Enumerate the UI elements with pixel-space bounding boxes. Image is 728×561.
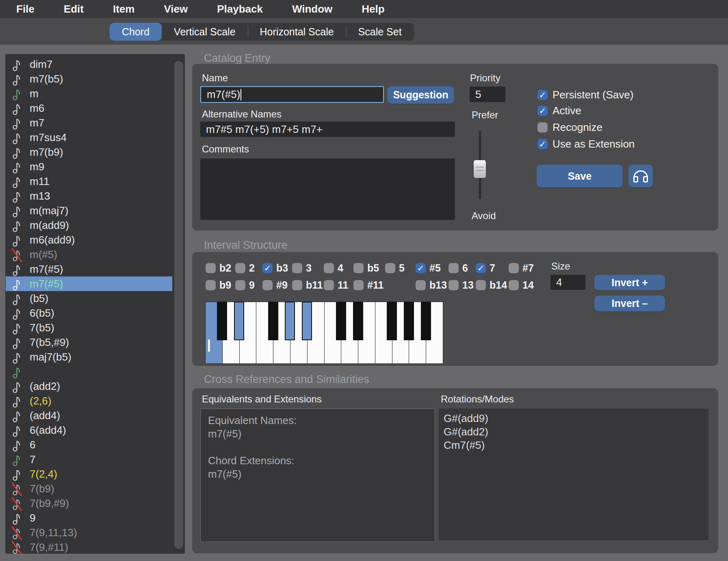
save-button[interactable]: Save xyxy=(537,165,623,187)
chord-list-item-7(2,4)[interactable]: 7(2,4) xyxy=(6,467,172,481)
size-input[interactable]: 4 xyxy=(550,275,585,290)
interval-checkbox-s11[interactable]: ✓#11 xyxy=(353,279,384,291)
interval-checkbox-b5[interactable]: ✓b5 xyxy=(353,262,379,274)
interval-checkbox-7[interactable]: ✓7 xyxy=(476,262,495,274)
interval-checkbox-b14[interactable]: ✓b14 xyxy=(476,279,507,291)
tab-scale-set[interactable]: Scale Set xyxy=(346,23,414,41)
chord-list-item-m7(#5)[interactable]: m7(#5) xyxy=(6,262,172,276)
chord-list-item-m7(#5)[interactable]: m7(#5) xyxy=(6,276,172,291)
invert-plus-button[interactable]: Invert + xyxy=(594,275,665,290)
chord-list-item-m7[interactable]: m7 xyxy=(6,115,172,130)
chord-list-item-6[interactable]: 6 xyxy=(6,437,172,452)
chord-list-item-7(b9,#9)[interactable]: 7(b9,#9) xyxy=(6,496,172,511)
priority-input[interactable]: 5 xyxy=(470,87,505,102)
chord-list-item-m(add9)[interactable]: m(add9) xyxy=(6,218,172,233)
chord-list-item-7(b5)[interactable]: 7(b5) xyxy=(6,320,172,335)
interval-checkbox-4[interactable]: ✓4 xyxy=(324,262,343,274)
chord-list-item-9[interactable]: 9 xyxy=(6,511,172,525)
chord-list-item-m9[interactable]: m9 xyxy=(6,159,172,174)
checkbox-box: ✓ xyxy=(385,263,395,273)
menu-item-window[interactable]: Window xyxy=(292,3,332,15)
interval-checkbox-b9[interactable]: ✓b9 xyxy=(206,279,231,291)
chord-list-item-m11[interactable]: m11 xyxy=(6,174,172,189)
rotations-box[interactable]: G#(add9) G#(add2) Cm7(#5) xyxy=(439,409,708,540)
suggestion-button[interactable]: Suggestion xyxy=(387,86,454,104)
menu-item-view[interactable]: View xyxy=(164,3,188,15)
interval-checkbox-s5[interactable]: ✓#5 xyxy=(416,262,441,274)
piano-black-key-1[interactable] xyxy=(217,302,227,340)
piano-black-key-4[interactable] xyxy=(268,302,278,340)
chord-list-item-m7(b9)[interactable]: m7(b9) xyxy=(6,145,172,159)
chord-list-item-7(9,#11)[interactable]: 7(9,#11) xyxy=(6,540,172,554)
menu-item-item[interactable]: Item xyxy=(113,3,134,15)
piano-black-key-9[interactable] xyxy=(353,302,363,340)
chord-list-item-m(maj7)[interactable]: m(maj7) xyxy=(6,203,172,218)
interval-checkbox-b13[interactable]: ✓b13 xyxy=(416,279,447,291)
chord-list-item-dim7[interactable]: dim7 xyxy=(6,57,172,72)
chord-list-item-7[interactable]: 7 xyxy=(6,452,172,467)
chord-list-item-m7(b5)[interactable]: m7(b5) xyxy=(6,72,172,86)
chord-list-item-(2,6)[interactable]: (2,6) xyxy=(6,394,172,408)
interval-checkbox-13[interactable]: ✓13 xyxy=(448,279,474,291)
piano-black-key-2[interactable] xyxy=(234,302,244,340)
chord-list-item-m6[interactable]: m6 xyxy=(6,101,172,115)
chord-list-item-m13[interactable]: m13 xyxy=(6,189,172,203)
chord-list-item-m6(add9)[interactable]: m6(add9) xyxy=(6,233,172,247)
comments-input[interactable] xyxy=(200,159,455,220)
chord-list-item-maj7(b5)[interactable]: maj7(b5) xyxy=(6,350,172,364)
interval-checkbox-6[interactable]: ✓6 xyxy=(448,262,468,274)
chord-list-item-6(add4)[interactable]: 6(add4) xyxy=(6,423,172,437)
prefer-avoid-slider-thumb[interactable] xyxy=(474,160,486,178)
interval-checkbox-b11[interactable]: ✓b11 xyxy=(292,279,323,291)
piano-black-key-6[interactable] xyxy=(302,302,312,340)
interval-label: 9 xyxy=(249,279,255,291)
tab-horizontal-scale[interactable]: Horizontal Scale xyxy=(248,23,346,41)
piano-black-key-5[interactable] xyxy=(285,302,295,340)
chord-list-item-7(9,11,13)[interactable]: 7(9,11,13) xyxy=(6,525,172,540)
chord-list-item-7(b9)[interactable]: 7(b9) xyxy=(6,481,172,496)
checkbox-recognize[interactable]: ✓Recognize xyxy=(537,121,602,134)
chord-list-item-m7sus4[interactable]: m7sus4 xyxy=(6,130,172,145)
interval-checkbox-3[interactable]: ✓3 xyxy=(292,262,312,274)
checkbox-active[interactable]: ✓Active xyxy=(537,104,581,117)
interval-checkbox-b2[interactable]: ✓b2 xyxy=(206,262,231,274)
piano-black-key-13[interactable] xyxy=(421,302,431,340)
equivalents-box[interactable]: Equivalent Names: m7(#5) Chord Extension… xyxy=(200,409,435,542)
tab-vertical-scale[interactable]: Vertical Scale xyxy=(162,23,247,41)
chord-list-item-m[interactable]: m xyxy=(6,86,172,101)
piano-black-key-8[interactable] xyxy=(336,302,346,340)
invert-minus-button[interactable]: Invert – xyxy=(594,296,665,311)
tab-chord[interactable]: Chord xyxy=(110,23,162,41)
menu-item-playback[interactable]: Playback xyxy=(217,3,263,15)
scrollbar-thumb[interactable] xyxy=(174,61,183,549)
interval-checkbox-11[interactable]: ✓11 xyxy=(324,279,348,291)
menu-item-help[interactable]: Help xyxy=(362,3,384,15)
piano-black-key-12[interactable] xyxy=(404,302,414,340)
chord-list-item-6(b5)[interactable]: 6(b5) xyxy=(6,306,172,320)
interval-checkbox-5[interactable]: ✓5 xyxy=(385,262,405,274)
interval-checkbox-b3[interactable]: ✓b3 xyxy=(262,262,288,274)
listen-button[interactable] xyxy=(628,165,653,187)
interval-checkbox-14[interactable]: ✓14 xyxy=(509,279,534,291)
name-input[interactable]: m7(#5) xyxy=(200,86,384,103)
chord-name: m7sus4 xyxy=(30,131,67,144)
interval-checkbox-9[interactable]: ✓9 xyxy=(235,279,255,291)
chord-list-item-(add4)[interactable]: (add4) xyxy=(6,408,172,423)
interval-checkbox-s9[interactable]: ✓#9 xyxy=(262,279,288,291)
chord-list-item-m(#5)[interactable]: m(#5) xyxy=(6,247,172,262)
checkbox-box: ✓ xyxy=(448,263,459,273)
alternative-names-input[interactable]: m7#5 m7(+5) m7+5 m7+ xyxy=(200,122,455,137)
chord-list-item[interactable] xyxy=(6,364,172,379)
chord-list-item-(add2)[interactable]: (add2) xyxy=(6,379,172,394)
checkbox-persistent-save[interactable]: ✓Persistent (Save) xyxy=(537,89,633,101)
interval-checkbox-2[interactable]: ✓2 xyxy=(235,262,255,274)
checkbox-use-as-extension[interactable]: ✓Use as Extension xyxy=(537,138,635,150)
interval-checkbox-s7[interactable]: ✓#7 xyxy=(509,262,534,274)
menu-item-edit[interactable]: Edit xyxy=(64,3,84,15)
menu-item-file[interactable]: File xyxy=(16,3,35,15)
interval-label: #7 xyxy=(522,262,534,274)
note-icon xyxy=(12,365,22,379)
chord-list-item-7(b5,#9)[interactable]: 7(b5,#9) xyxy=(6,335,172,350)
piano-black-key-11[interactable] xyxy=(387,302,397,340)
chord-list-item-(b5)[interactable]: (b5) xyxy=(6,291,172,306)
